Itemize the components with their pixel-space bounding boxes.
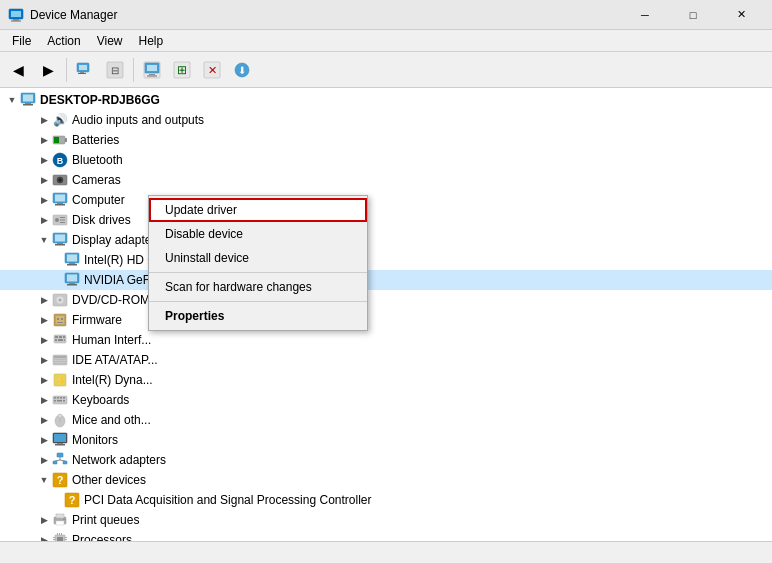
svg-rect-77 [54,397,56,399]
item-label: Firmware [72,313,122,327]
context-menu-properties[interactable]: Properties [149,304,367,328]
svg-rect-67 [58,339,63,341]
monitor-icon [52,432,68,448]
list-item[interactable]: ? PCI Data Acquisition and Signal Proces… [0,490,772,510]
minimize-button[interactable]: ─ [622,0,668,30]
list-item[interactable]: ▶ Disk drives [0,210,772,230]
list-item[interactable]: ▼ Display adapters [0,230,772,250]
dvd-icon [52,292,68,308]
context-menu-disable-device[interactable]: Disable device [149,222,367,246]
root-label: DESKTOP-RDJB6GG [40,93,160,107]
svg-rect-110 [65,537,67,538]
svg-point-86 [58,414,62,418]
expand-icon: ▶ [36,192,52,208]
expand-icon: ▶ [36,152,52,168]
svg-rect-61 [57,322,63,323]
context-menu-update-driver[interactable]: Update driver [149,198,367,222]
disk-icon [52,212,68,228]
remove-button[interactable]: ✕ [198,56,226,84]
svg-rect-3 [11,20,21,21]
print-icon [52,512,68,528]
list-item[interactable]: NVIDIA GeForce 940M [0,270,772,290]
properties-button[interactable] [71,56,99,84]
help-button[interactable]: ⬇ [228,56,256,84]
svg-rect-60 [61,318,63,320]
maximize-button[interactable]: □ [670,0,716,30]
list-item[interactable]: ▶ Network adapters [0,450,772,470]
list-item[interactable]: ▶ Firmware [0,310,772,330]
list-item[interactable]: ▶ IDE ATA/ATAP... [0,350,772,370]
item-label: DVD/CD-ROM... [72,293,160,307]
menu-help[interactable]: Help [131,32,172,50]
svg-rect-2 [13,19,19,21]
add-button[interactable]: ⊞ [168,56,196,84]
svg-text:✕: ✕ [208,64,217,76]
svg-rect-47 [67,255,77,262]
computer-small-icon [52,192,68,208]
list-item[interactable]: ▶ Mice and oth... [0,410,772,430]
camera-icon [52,172,68,188]
pci-icon: ? [64,492,80,508]
svg-rect-34 [55,195,65,202]
list-item[interactable]: ▶ 🔊 Audio inputs and outputs [0,110,772,130]
close-button[interactable]: ✕ [718,0,764,30]
other-icon: ? [52,472,68,488]
expand-icon: ▶ [36,412,52,428]
svg-rect-78 [57,397,59,399]
svg-rect-41 [60,222,65,223]
svg-rect-90 [55,444,65,446]
list-item[interactable]: ▶ Computer [0,190,772,210]
svg-rect-107 [53,537,55,538]
svg-rect-59 [57,318,59,320]
list-item[interactable]: ▶ ⚡ Intel(R) Dyna... [0,370,772,390]
svg-rect-27 [54,137,59,143]
list-item[interactable]: Intel(R) HD Graphics 520 [0,250,772,270]
expand-icon: ▶ [36,372,52,388]
context-menu-uninstall-device[interactable]: Uninstall device [149,246,367,270]
svg-rect-63 [55,336,58,338]
svg-rect-81 [54,400,56,402]
scan-button[interactable] [138,56,166,84]
expand-icon: ▶ [36,292,52,308]
list-item[interactable]: ▶ Print queues [0,510,772,530]
list-item[interactable]: ▶ Monitors [0,430,772,450]
update-button[interactable]: ⊟ [101,56,129,84]
list-item[interactable]: ▼ ? Other devices [0,470,772,490]
list-item[interactable]: ▶ B Bluetooth [0,150,772,170]
svg-rect-68 [64,339,65,341]
context-menu-separator-2 [149,301,367,302]
list-item[interactable]: ▶ Human Interf... [0,330,772,350]
svg-text:⊞: ⊞ [177,63,187,77]
svg-rect-93 [63,461,67,464]
intel-dynamic-icon: ⚡ [52,372,68,388]
menu-view[interactable]: View [89,32,131,50]
svg-rect-65 [63,336,65,338]
menu-file[interactable]: File [4,32,39,50]
menu-action[interactable]: Action [39,32,88,50]
list-item[interactable]: ▶ Batteries [0,130,772,150]
ide-icon [52,352,68,368]
list-item[interactable]: ▶ Keyboards [0,390,772,410]
context-menu-scan-hardware[interactable]: Scan for hardware changes [149,275,367,299]
svg-text:⚡: ⚡ [55,375,67,387]
expand-icon [56,492,64,508]
list-item[interactable]: ▶ Proces [0,530,772,541]
forward-button[interactable]: ▶ [34,56,62,84]
item-label: Cameras [72,173,121,187]
svg-rect-5 [79,65,87,70]
main-content: ▼ DESKTOP-RDJB6GG ▶ 🔊 Audio inputs and o… [0,88,772,541]
list-item[interactable]: ▶ DVD/CD-ROM... [0,290,772,310]
svg-rect-103 [56,521,64,525]
item-label: Batteries [72,133,119,147]
title-bar: Device Manager ─ □ ✕ [0,0,772,30]
list-item[interactable]: ▶ Cameras [0,170,772,190]
device-tree[interactable]: ▼ DESKTOP-RDJB6GG ▶ 🔊 Audio inputs and o… [0,88,772,541]
tree-root[interactable]: ▼ DESKTOP-RDJB6GG [0,90,772,110]
expand-icon: ▶ [36,132,52,148]
audio-icon: 🔊 [52,112,68,128]
svg-rect-48 [69,263,75,264]
svg-rect-40 [60,220,65,221]
svg-rect-51 [67,275,77,282]
intel-graphics-icon [64,252,80,268]
back-button[interactable]: ◀ [4,56,32,84]
